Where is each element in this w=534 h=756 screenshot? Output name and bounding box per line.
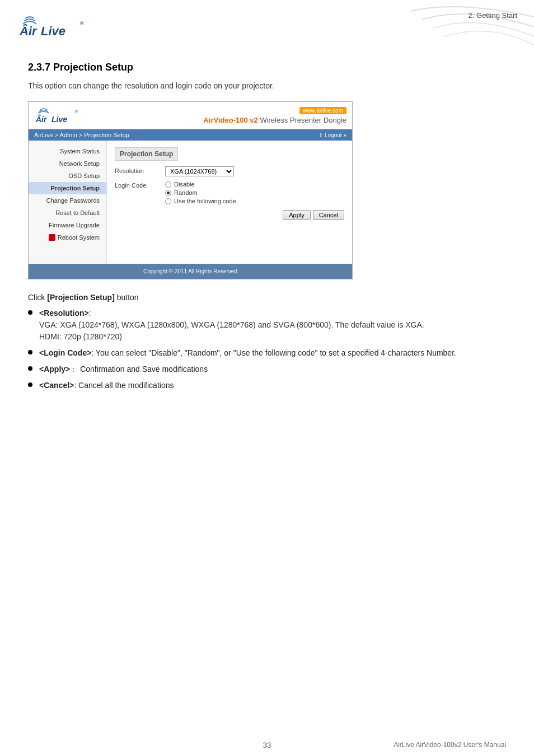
svg-text:Âir: Âir — [19, 24, 38, 38]
airlive-logo: Âir Live ® — [17, 11, 90, 45]
wi-sidebar: System Status Network Setup OSD Setup Pr… — [29, 141, 107, 264]
logo-area: Âir Live ® — [17, 11, 90, 45]
svg-text:®: ® — [75, 110, 78, 114]
click-bold: [Projection Setup] — [47, 293, 115, 302]
page-header: Âir Live ® 2. Getting Start — [0, 0, 534, 50]
radio-random-label: Random — [174, 189, 198, 196]
wi-footer: Copyright © 2011 All Rights Reserved — [29, 264, 352, 279]
login-code-radio-group: Disable Random Use the following code — [165, 181, 344, 204]
bullet-dot-login-code — [28, 350, 32, 354]
instruction-section: Click [Projection Setup] button <Resolut… — [28, 293, 506, 391]
svg-text:Live: Live — [41, 24, 65, 38]
radio-use-following-btn[interactable] — [165, 198, 171, 204]
cancel-bold: <Cancel> — [39, 381, 74, 390]
resolution-control: XGA (1024X768) WXGA (1280x800) WXGA (128… — [165, 166, 344, 176]
bullet-text-resolution: <Resolution>: VGA: XGA (1024*768), WXGA … — [39, 307, 506, 343]
reboot-label: Reboot System — [58, 234, 100, 241]
wi-product-info: www.airlive.com AirVideo-100 v2 Wireless… — [203, 106, 346, 124]
bullet-text-cancel: <Cancel>: Cancel all the modifications — [39, 380, 506, 391]
wi-logo-area: Âir Live ® — [34, 105, 79, 125]
sidebar-item-projection-setup[interactable]: Projection Setup — [29, 182, 106, 194]
wi-footer-text: Copyright © 2011 All Rights Reserved — [143, 268, 237, 274]
radio-random[interactable]: Random — [165, 189, 344, 196]
resolution-subtext: VGA: XGA (1024*768), WXGA (1280x800), WX… — [39, 319, 506, 331]
web-interface-mockup: Âir Live ® www.airlive.com AirVideo-100 … — [28, 101, 353, 279]
main-content: 2.3.7 Projection Setup This option can c… — [0, 50, 534, 418]
bullet-dot-apply — [28, 366, 32, 371]
wi-breadcrumb-bar: AirLive > Admin > Projection Setup ⇪ Log… — [29, 129, 352, 141]
wi-button-row: Apply Cancel — [115, 210, 344, 220]
wi-body: System Status Network Setup OSD Setup Pr… — [29, 141, 352, 264]
click-instruction: Click [Projection Setup] button — [28, 293, 506, 302]
sidebar-item-firmware-upgrade[interactable]: Firmware Upgrade — [29, 219, 106, 231]
wi-topbar: Âir Live ® www.airlive.com AirVideo-100 … — [29, 102, 352, 129]
svg-text:Live: Live — [51, 115, 67, 124]
apply-button[interactable]: Apply — [283, 210, 311, 220]
wi-breadcrumb-text: AirLive > Admin > Projection Setup — [34, 132, 129, 138]
wi-url-badge: www.airlive.com — [299, 107, 346, 114]
apply-bold: <Apply> — [39, 365, 70, 374]
radio-use-following-label: Use the following code — [174, 198, 236, 204]
bullet-dot-resolution — [28, 310, 32, 315]
radio-use-following[interactable]: Use the following code — [165, 198, 344, 204]
section-title: 2.3.7 Projection Setup — [28, 62, 506, 73]
page-section-label: 2. Getting Start — [469, 11, 517, 20]
login-code-bold: <Login Code> — [39, 348, 91, 357]
section-description: This option can change the resolution an… — [28, 81, 506, 90]
bullet-list: <Resolution>: VGA: XGA (1024*768), WXGA … — [28, 307, 506, 391]
bullet-text-login-code: <Login Code>: You can select "Disable", … — [39, 347, 506, 359]
radio-disable-btn[interactable] — [165, 181, 171, 188]
sidebar-item-reboot-system[interactable]: Reboot System — [29, 231, 106, 244]
resolution-label: Resolution — [115, 166, 165, 174]
list-item-login-code: <Login Code>: You can select "Disable", … — [28, 347, 506, 359]
resolution-row: Resolution XGA (1024X768) WXGA (1280x800… — [115, 166, 344, 176]
login-code-row: Login Code Disable Random — [115, 181, 344, 204]
list-item-apply: <Apply>﹕ Confirmation and Save modificat… — [28, 363, 506, 375]
radio-disable[interactable]: Disable — [165, 181, 344, 188]
logout-icon: ⇪ — [318, 132, 323, 138]
page-number: 33 — [263, 741, 271, 749]
svg-text:Âir: Âir — [35, 114, 48, 124]
wi-main-panel: Projection Setup Resolution XGA (1024X76… — [107, 141, 352, 264]
wi-panel-title: Projection Setup — [115, 147, 178, 161]
cancel-button[interactable]: Cancel — [313, 210, 344, 220]
svg-text:®: ® — [80, 21, 84, 26]
resolution-hdmi: HDMI: 720p (1280*720) — [39, 331, 506, 343]
footer-brand: AirLive AirVideo-100v2 User's Manual — [394, 741, 506, 749]
wi-logout-button[interactable]: ⇪ Logout » — [318, 132, 346, 138]
list-item-cancel: <Cancel>: Cancel all the modifications — [28, 380, 506, 391]
sidebar-item-change-passwords[interactable]: Change Passwords — [29, 194, 106, 207]
sidebar-item-osd-setup[interactable]: OSD Setup — [29, 170, 106, 182]
sidebar-item-network-setup[interactable]: Network Setup — [29, 157, 106, 170]
reboot-icon — [49, 234, 55, 241]
bullet-text-apply: <Apply>﹕ Confirmation and Save modificat… — [39, 363, 506, 375]
resolution-bold: <Resolution> — [39, 309, 89, 318]
list-item-resolution: <Resolution>: VGA: XGA (1024*768), WXGA … — [28, 307, 506, 343]
login-code-label: Login Code — [115, 181, 165, 189]
sidebar-item-system-status[interactable]: System Status — [29, 145, 106, 157]
wi-logo: Âir Live ® — [34, 105, 79, 125]
login-code-control: Disable Random Use the following code — [165, 181, 344, 204]
wi-product-name: AirVideo-100 v2 Wireless Presenter Dongl… — [203, 116, 346, 124]
radio-random-btn[interactable] — [165, 190, 171, 196]
radio-disable-label: Disable — [174, 181, 195, 188]
resolution-select[interactable]: XGA (1024X768) WXGA (1280x800) WXGA (128… — [165, 166, 234, 176]
bullet-dot-cancel — [28, 382, 32, 387]
sidebar-item-reset-default[interactable]: Reset to Default — [29, 207, 106, 219]
